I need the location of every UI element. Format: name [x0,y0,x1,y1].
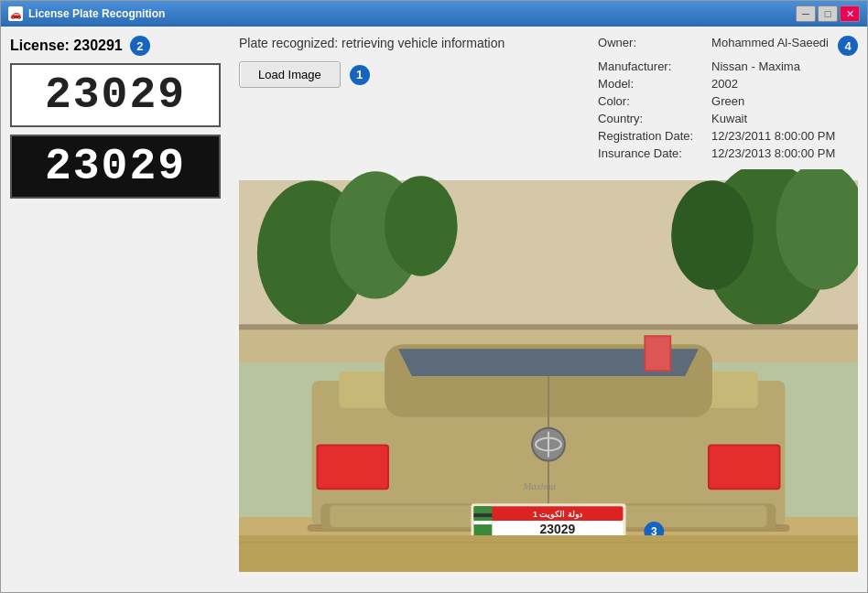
svg-text:23029: 23029 [540,522,576,536]
status-text: Plate recognized: retrieving vehicle inf… [239,36,505,50]
svg-text:Maxima: Maxima [522,480,556,491]
model-label: Model: [598,77,708,91]
country-label: Country: [598,112,708,125]
manufacturer-value: Nissan - Maxima [711,59,800,73]
reg-date-value: 12/23/2011 8:00:00 PM [711,129,835,143]
color-label: Color: [598,94,708,108]
plate-white: 23029 [10,63,221,127]
svg-rect-9 [239,324,858,329]
window-icon: 🚗 [8,6,23,21]
badge-1: 1 [350,65,370,85]
main-window: 🚗 License Plate Recognition ─ □ ✕ Licens… [0,0,868,593]
svg-rect-27 [473,513,492,517]
owner-value: Mohammed Al-Saeedi [711,36,829,56]
svg-rect-28 [473,521,492,524]
content-area: License: 230291 2 23029 23029 Plate reco… [1,27,867,592]
title-bar: 🚗 License Plate Recognition ─ □ ✕ [1,1,867,27]
color-row: Color: Green [598,94,858,108]
badge-2: 2 [130,36,150,56]
reg-date-row: Registration Date: 12/23/2011 8:00:00 PM [598,129,858,143]
country-row: Country: Kuwait [598,112,858,125]
ins-date-row: Insurance Date: 12/23/2013 8:00:00 PM [598,146,858,160]
car-image: دولة الكويت 1 23029 Maxima 3 [239,169,858,583]
window-title: License Plate Recognition [28,7,790,20]
load-btn-row: Load Image 1 [239,61,505,88]
svg-point-6 [671,180,753,289]
svg-rect-19 [710,447,779,489]
top-row: Plate recognized: retrieving vehicle inf… [239,36,858,160]
car-image-container: دولة الكويت 1 23029 Maxima 3 [239,169,858,583]
svg-rect-39 [239,535,858,572]
badge-4: 4 [838,36,858,56]
model-row: Model: 2002 [598,77,858,91]
ins-date-value: 12/23/2013 8:00:00 PM [711,146,835,160]
maximize-button[interactable]: □ [818,5,838,22]
color-value: Green [711,94,744,108]
plate-black: 23029 [10,135,221,199]
owner-label: Owner: [598,36,708,56]
minimize-button[interactable]: ─ [796,5,816,22]
left-panel: License: 230291 2 23029 23029 [1,27,230,592]
info-panel: Owner: Mohammed Al-Saeedi 4 Manufacturer… [598,36,858,160]
manufacturer-label: Manufacturer: [598,59,708,73]
svg-text:دولة الكويت   1: دولة الكويت 1 [533,510,582,520]
svg-point-7 [385,176,458,275]
close-button[interactable]: ✕ [840,5,860,22]
load-image-button[interactable]: Load Image [239,61,341,88]
ins-date-label: Insurance Date: [598,146,708,160]
manufacturer-row: Manufacturer: Nissan - Maxima [598,59,858,73]
plate-white-text: 23029 [45,70,186,120]
plate-black-text: 23029 [45,142,186,191]
owner-row: Owner: Mohammed Al-Saeedi 4 [598,36,858,56]
svg-rect-38 [646,337,669,370]
main-area: Plate recognized: retrieving vehicle inf… [230,27,867,592]
license-number-label: License: 230291 [10,38,123,54]
left-top: Plate recognized: retrieving vehicle inf… [239,36,505,88]
reg-date-label: Registration Date: [598,129,708,143]
window-controls: ─ □ ✕ [796,5,860,22]
svg-rect-17 [318,447,387,489]
country-value: Kuwait [711,112,747,125]
license-header: License: 230291 2 [10,36,221,56]
model-value: 2002 [711,77,738,91]
